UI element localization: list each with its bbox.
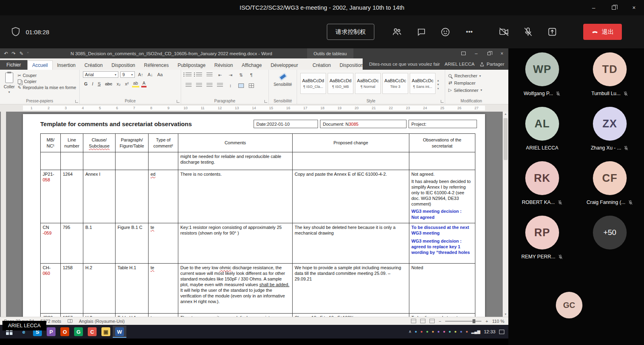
bullets-button[interactable]	[184, 71, 193, 79]
align-right-button[interactable]	[205, 82, 214, 89]
participant-tile[interactable]: RK ROBERT KA...	[508, 160, 576, 215]
sensitivity-button[interactable]: Sensibilité	[274, 71, 292, 98]
zoom-in-button[interactable]: +	[485, 319, 488, 324]
participant-tile[interactable]: TD Turnbull Lu...	[576, 52, 644, 106]
tray-icon[interactable]: ●	[449, 330, 451, 334]
indent-button[interactable]: ⇥	[226, 71, 235, 79]
tray-icon[interactable]: ▂▄▆	[471, 330, 480, 334]
justify-button[interactable]	[216, 82, 224, 89]
font-name-select[interactable]: Arial▾	[83, 71, 118, 78]
participant-avatar[interactable]: WP	[525, 52, 559, 86]
action-center-icon[interactable]	[499, 330, 504, 334]
proofing-icon[interactable]	[68, 319, 72, 323]
tray-icon[interactable]: ●	[431, 330, 434, 334]
subscript-button[interactable]: x₂	[116, 81, 122, 87]
italic-button[interactable]: I	[91, 81, 95, 87]
style-item[interactable]: AaBbCcDd ¶ ISO_Cla...	[300, 73, 326, 94]
zoom-slider-thumb[interactable]	[473, 319, 475, 323]
taskbar-app[interactable]: P	[44, 326, 58, 338]
shrink-font-button[interactable]: A↓	[147, 72, 154, 77]
language-indicator[interactable]: Anglais (Royaume-Uni)	[79, 319, 125, 324]
taskbar-app[interactable]: O	[58, 326, 72, 338]
paste-button[interactable]: Coller ▾	[3, 71, 15, 98]
web-layout-button[interactable]	[429, 319, 435, 323]
font-size-select[interactable]: 9▾	[120, 71, 135, 78]
word-restore-button[interactable]	[483, 48, 495, 58]
tab-table-design[interactable]: Création	[308, 61, 335, 70]
ribbon-tab[interactable]: Publipostage	[173, 61, 210, 70]
participants-button[interactable]	[391, 26, 402, 37]
exit-meeting-button[interactable]: 退出	[583, 24, 622, 40]
undo-button[interactable]: ↶	[4, 51, 8, 56]
show-marks-button[interactable]: ¶	[247, 71, 256, 79]
cut-button[interactable]: ✂Couper	[18, 73, 76, 78]
tray-icon[interactable]: ●	[415, 330, 417, 334]
font-color-button[interactable]: A	[141, 80, 147, 87]
ribbon-tab[interactable]: Insertion	[53, 61, 80, 70]
zoom-out-button[interactable]: −	[439, 319, 441, 324]
align-center-button[interactable]	[195, 82, 203, 89]
tray-icon[interactable]: ●	[454, 330, 457, 334]
shield-icon[interactable]	[10, 27, 21, 37]
tray-icon[interactable]: ∧	[409, 330, 411, 334]
grow-font-button[interactable]: A↑	[137, 72, 144, 77]
dialog-launcher-icon[interactable]	[264, 100, 267, 103]
copy-button[interactable]: Copier	[18, 79, 76, 84]
change-case-button[interactable]: Aa	[156, 72, 164, 77]
print-layout-button[interactable]	[420, 319, 425, 323]
style-item[interactable]: AaBbCcDc ¶ Normal	[355, 73, 381, 94]
dialog-launcher-icon[interactable]	[177, 100, 180, 103]
share-button[interactable]: Partager	[479, 62, 504, 67]
participant-tile[interactable]: +50	[576, 215, 644, 269]
taskbar-app[interactable]: ▣	[99, 326, 113, 338]
gallery-down-button[interactable]: ▼	[437, 83, 440, 86]
taskbar-app[interactable]: C	[85, 326, 99, 338]
format-painter-button[interactable]: ✎Reproduire la mise en forme	[18, 85, 76, 90]
gallery-more-button[interactable]: ▾	[438, 87, 439, 90]
numbering-button[interactable]	[195, 71, 203, 79]
borders-button[interactable]	[247, 82, 256, 89]
ribbon-tab[interactable]: Accueil	[27, 60, 53, 70]
ribbon-tab[interactable]: Affichage	[237, 61, 266, 70]
ribbon-display-options-button[interactable]	[457, 48, 470, 58]
scrollbar-thumb[interactable]	[504, 118, 508, 160]
vertical-ruler[interactable]	[1, 112, 6, 317]
tray-icon[interactable]: ●	[443, 330, 446, 334]
taskbar-app[interactable]: G	[72, 326, 85, 338]
tray-icon[interactable]: ●	[437, 330, 440, 334]
find-button[interactable]: Rechercher▾	[448, 73, 482, 78]
dialog-launcher-icon[interactable]	[441, 100, 444, 103]
maximize-button[interactable]	[604, 0, 624, 15]
participant-tile[interactable]: WP Wolfgang P...	[508, 52, 576, 106]
close-button[interactable]: ×	[624, 0, 644, 15]
style-item[interactable]: AaBbCcDc ¶ Sans int...	[410, 73, 436, 94]
reactions-button[interactable]	[440, 26, 451, 37]
ribbon-tab[interactable]: Fichier	[0, 60, 27, 70]
more-button[interactable]: •••	[464, 26, 475, 37]
taskbar-clock[interactable]: 12:33	[484, 329, 495, 334]
tray-icon[interactable]: ●	[460, 330, 462, 334]
participant-avatar[interactable]: CF	[593, 161, 627, 195]
taskbar-app[interactable]: W	[113, 326, 126, 338]
select-button[interactable]: ▷Sélectionner▾	[448, 87, 482, 93]
word-close-button[interactable]: ×	[495, 48, 508, 58]
ribbon-tab[interactable]: Création	[80, 61, 107, 70]
participant-tile[interactable]: ZX Zhang Xu - ...	[576, 106, 644, 160]
bold-button[interactable]: G	[83, 81, 89, 87]
participant-avatar[interactable]: RK	[525, 161, 559, 195]
underline-button[interactable]: S	[97, 81, 102, 87]
replace-button[interactable]: ⇄Remplacer	[448, 80, 482, 85]
superscript-button[interactable]: x²	[124, 81, 130, 87]
tell-me-box[interactable]: Dites-nous ce que vous voulez faire...	[367, 61, 440, 67]
strikethrough-button[interactable]: abc	[104, 81, 114, 87]
chat-button[interactable]	[415, 26, 427, 37]
scroll-down-arrow[interactable]: ▼	[504, 312, 507, 317]
vertical-scrollbar[interactable]: ▲ ▼	[503, 112, 508, 317]
scroll-up-arrow[interactable]: ▲	[504, 112, 507, 116]
host-avatar[interactable]: GC	[556, 292, 582, 318]
tray-icon[interactable]: ●	[420, 330, 423, 334]
highlight-color-button[interactable]: ab	[132, 80, 139, 87]
gallery-up-button[interactable]: ▲	[437, 79, 440, 82]
share-screen-button[interactable]	[547, 26, 558, 37]
style-item[interactable]: AaBbCcDc Titre 3	[382, 73, 408, 94]
